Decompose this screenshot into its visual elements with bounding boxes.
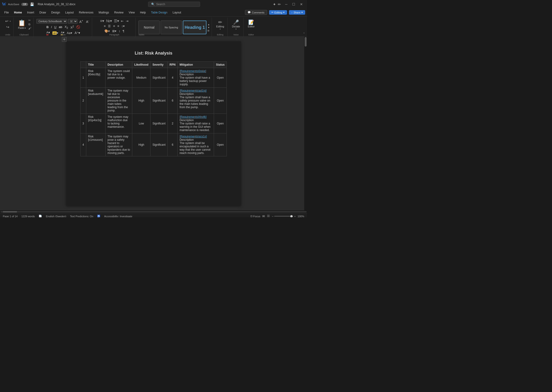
menu-view[interactable]: View xyxy=(126,10,137,15)
menu-home[interactable]: Home xyxy=(12,10,24,15)
horizontal-scrollbar[interactable] xyxy=(0,210,307,213)
borders-button[interactable]: ⊞▾ xyxy=(111,29,117,33)
styles-scroll-down[interactable]: ▼ xyxy=(207,26,210,29)
increase-font-button[interactable]: A+ xyxy=(78,18,84,24)
format-painter-button[interactable]: 🖌 xyxy=(28,27,31,30)
align-center-button[interactable]: ☰ xyxy=(107,24,112,28)
voice-group: 🎤 Dictate ▾ Voice xyxy=(229,17,244,36)
font-name-selector[interactable]: Century Schoolbook xyxy=(36,19,67,24)
menu-layout2[interactable]: Layout xyxy=(170,10,183,15)
italic-button[interactable]: I xyxy=(50,25,53,29)
numbering-button[interactable]: №▾ xyxy=(105,18,113,23)
styles-expand[interactable]: ⊞ xyxy=(207,29,210,32)
focus-button[interactable]: ⊡ Focus xyxy=(250,215,260,217)
zoom-slider[interactable] xyxy=(274,216,293,217)
menu-file[interactable]: File xyxy=(2,10,11,15)
dictate-button[interactable]: 🎤 Dictate ▾ xyxy=(230,18,242,31)
redo-button[interactable]: ↪ xyxy=(6,24,10,30)
table-move-handle[interactable]: ✛ xyxy=(62,37,67,42)
row-title: Risk [d1p4sr2q] xyxy=(86,114,105,133)
line-spacing-button[interactable]: ↕▾ xyxy=(121,24,126,28)
menu-help[interactable]: Help xyxy=(138,10,148,15)
risk-analysis-table: Title Description Likelihood Severity RP… xyxy=(80,61,227,156)
autosave-label: AutoSave xyxy=(8,3,19,6)
undo-button[interactable]: ↩ xyxy=(5,18,9,24)
menu-draw[interactable]: Draw xyxy=(37,10,49,15)
decrease-font-button[interactable]: A- xyxy=(85,18,90,24)
row-rpn: 6 xyxy=(168,133,177,156)
minimize-button[interactable]: ─ xyxy=(283,2,290,7)
proofing-icon: 📄 xyxy=(39,215,42,217)
autosave-toggle[interactable]: Off xyxy=(21,3,28,6)
bold-button[interactable]: B xyxy=(46,25,50,29)
close-button[interactable]: ✕ xyxy=(298,2,305,7)
styles-scroll-controls: ▲ ▼ ⊞ xyxy=(207,23,210,32)
decrease-indent-button[interactable]: ⇤ xyxy=(120,19,125,23)
view-mode-button2[interactable]: ☰ xyxy=(267,214,270,217)
editing-button-ribbon[interactable]: ✏ Editing ▾ xyxy=(214,18,226,31)
style-nospacing[interactable]: No Spacing xyxy=(161,21,182,34)
view-mode-button1[interactable]: ⊞ xyxy=(262,214,265,217)
style-heading1[interactable]: Heading 1 xyxy=(183,21,206,34)
zoom-in-button[interactable]: + xyxy=(294,215,295,217)
copy-button[interactable]: ⧉ xyxy=(28,22,31,26)
save-icon[interactable]: 💾 xyxy=(30,2,34,6)
align-left-button[interactable]: ≡ xyxy=(103,24,107,28)
align-right-button[interactable]: ≡ xyxy=(112,24,116,28)
copilot-icon[interactable]: ✦ xyxy=(273,2,276,7)
superscript-button[interactable]: X2 xyxy=(70,25,75,30)
show-formatting-button[interactable]: ¶ xyxy=(122,29,125,33)
ribbon-collapse[interactable]: ⌃ xyxy=(303,32,305,36)
underline-button[interactable]: U xyxy=(53,25,57,29)
strikethrough-button[interactable]: ab xyxy=(58,25,63,29)
comments-button[interactable]: 💬 Comments xyxy=(245,10,267,15)
search-placeholder: Search xyxy=(156,3,165,6)
mitigation-ref[interactable]: [Requirements\scs1s] xyxy=(180,135,207,138)
clear-formatting-button[interactable]: 🚫 xyxy=(75,25,81,29)
menu-design[interactable]: Design xyxy=(49,10,62,15)
scrollbar-thumb[interactable] xyxy=(305,37,307,47)
subscript-button[interactable]: X2 xyxy=(63,25,69,30)
sort-button[interactable]: ↕ xyxy=(118,29,121,33)
mitigation-ref[interactable]: [Requirements\0xkie] xyxy=(180,70,206,73)
vertical-scrollbar[interactable] xyxy=(304,37,307,210)
menu-references[interactable]: References xyxy=(77,10,96,15)
shading-button[interactable]: 🎨▾ xyxy=(104,29,111,33)
col-header-status: Status xyxy=(214,62,227,68)
multilevel-list-button[interactable]: ☰▾ xyxy=(113,18,120,23)
paste-chevron-icon[interactable]: ▾ xyxy=(25,27,26,29)
increase-indent-button[interactable]: ⇥ xyxy=(125,19,129,23)
justify-button[interactable]: ≡ xyxy=(116,24,120,28)
paste-button[interactable]: 📋 Paste ▾ xyxy=(17,19,27,30)
menu-table-design[interactable]: Table Design xyxy=(149,10,170,15)
font-size-selector[interactable]: 10 xyxy=(68,19,77,24)
share-button[interactable]: ↑ Share ▾ xyxy=(289,10,305,15)
app-icon: W xyxy=(2,2,6,7)
font-effects-button[interactable]: A⁺▾ xyxy=(74,30,81,35)
mitigation-ref[interactable]: [Requirements\ad1jq] xyxy=(180,89,206,92)
menu-mailings[interactable]: Mailings xyxy=(96,10,111,15)
editing-button[interactable]: ✏ Editing ▾ xyxy=(269,10,287,15)
row-severity: Significant xyxy=(150,88,168,114)
style-normal[interactable]: Normal xyxy=(138,21,160,34)
menu-insert[interactable]: Insert xyxy=(25,10,37,15)
font-color-button[interactable]: A▾ xyxy=(45,30,51,36)
styles-scroll-up[interactable]: ▲ xyxy=(207,23,210,26)
menu-layout[interactable]: Layout xyxy=(63,10,76,15)
search-bar[interactable]: 🔍 Search xyxy=(148,2,200,7)
h-scrollbar-thumb[interactable] xyxy=(3,211,17,212)
font-case-button[interactable]: Aa▾ xyxy=(66,31,73,35)
row-mitigation: [Requirements\ad1jq]DescriptionThe syste… xyxy=(178,88,214,114)
menu-review[interactable]: Review xyxy=(112,10,126,15)
editor-button[interactable]: 📝 Editor xyxy=(246,18,257,29)
highlight-button[interactable]: ab▾ xyxy=(51,31,59,35)
undo-chevron-icon[interactable]: ▾ xyxy=(10,20,11,22)
mitigation-text: The system shall have a safety pressure … xyxy=(180,96,210,109)
zoom-out-button[interactable]: − xyxy=(272,215,273,217)
mitigation-ref[interactable]: [Requirements\hhofk] xyxy=(180,115,206,119)
pen-icon[interactable]: ✏ xyxy=(278,2,281,7)
h-scrollbar-track[interactable] xyxy=(0,211,307,212)
restore-button[interactable]: ☐ xyxy=(290,2,298,7)
cut-button[interactable]: ✂ xyxy=(28,18,31,22)
bullets-button[interactable]: ≡▾ xyxy=(99,18,105,23)
